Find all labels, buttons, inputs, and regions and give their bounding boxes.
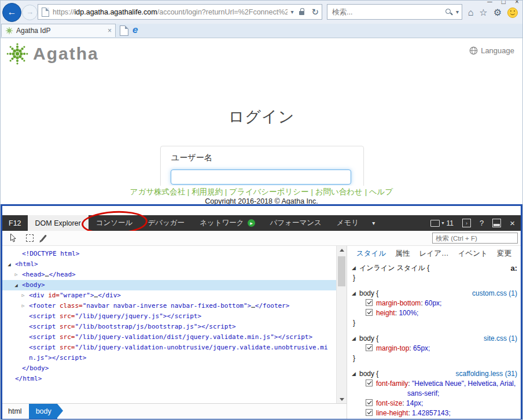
- style-rule-header[interactable]: ◢site.css (1)body {: [352, 334, 517, 344]
- footer-link-separator: |: [223, 187, 229, 196]
- devtools-tab-メモリ[interactable]: メモリ: [329, 215, 366, 231]
- property-checkbox[interactable]: [366, 399, 373, 406]
- styles-tab-レイア…[interactable]: レイア…: [419, 249, 449, 259]
- scrollbar-thumb[interactable]: [338, 256, 345, 286]
- property-checkbox[interactable]: [366, 344, 373, 351]
- dom-tree-node[interactable]: <script src="/lib/jquery-validation/dist…: [2, 332, 337, 342]
- username-input[interactable]: [171, 170, 351, 185]
- ie-logo-icon[interactable]: e: [132, 24, 138, 36]
- search-icon[interactable]: [445, 8, 453, 16]
- property-checkbox[interactable]: [366, 299, 373, 306]
- edit-html-icon[interactable]: [40, 235, 47, 242]
- dom-tree-scrollbar[interactable]: [336, 246, 347, 404]
- property-checkbox[interactable]: [366, 409, 373, 416]
- property-name: margin-bottom: [376, 299, 421, 307]
- devtools-close-button[interactable]: ×: [510, 218, 515, 228]
- style-source-link[interactable]: site.css (1): [484, 334, 517, 344]
- dom-tree-node[interactable]: <!DOCTYPE html>: [2, 249, 337, 259]
- url-text[interactable]: https://idp.agatha.agathalife.com/accoun…: [53, 8, 288, 16]
- refresh-button[interactable]: ↻: [311, 7, 319, 17]
- devtools-tab-ネットワーク[interactable]: ネットワーク▶: [192, 215, 262, 231]
- console-launcher-icon[interactable]: ›: [462, 219, 471, 227]
- style-rule-header[interactable]: ◢scaffolding.less (31)body {: [352, 369, 517, 379]
- style-rule-header[interactable]: ◢custom.css (1)body {: [352, 289, 517, 299]
- devtools-tab-DOM Explorer[interactable]: DOM Explorer: [28, 215, 89, 231]
- styles-tab-イベント[interactable]: イベント: [458, 249, 488, 259]
- dom-tree-node[interactable]: ▷<head>…</head>: [2, 270, 337, 280]
- scrollbar-up-icon[interactable]: [337, 246, 347, 255]
- search-scope-dropdown-icon[interactable]: ▾: [456, 9, 459, 15]
- favorites-button[interactable]: ☆: [479, 7, 487, 18]
- style-source-link[interactable]: custom.css (1): [472, 289, 517, 299]
- footer-link[interactable]: プライバシーポリシー: [229, 187, 309, 196]
- property-checkbox[interactable]: [366, 380, 373, 386]
- window-maximize-button[interactable]: □: [502, 0, 506, 5]
- style-rule-header[interactable]: ◢a:インライン スタイル {: [352, 263, 517, 273]
- document-mode-value: 11: [447, 219, 454, 227]
- collapsed-arrow-icon[interactable]: ▷: [20, 301, 27, 311]
- footer-link[interactable]: ヘルプ: [369, 187, 393, 196]
- styles-tab-属性[interactable]: 属性: [395, 249, 410, 259]
- language-button[interactable]: Language: [469, 46, 514, 55]
- back-button[interactable]: ←: [2, 3, 21, 22]
- more-tabs-chevron-icon[interactable]: ▾: [366, 215, 381, 231]
- style-selector: body {: [359, 334, 378, 342]
- scrollbar-down-icon[interactable]: [337, 395, 347, 404]
- expanded-arrow-icon[interactable]: ◢: [13, 280, 20, 290]
- dom-tree-node[interactable]: <script src="/lib/jquery-validation-unob…: [2, 342, 337, 353]
- breadcrumb-item-html[interactable]: html: [2, 404, 28, 419]
- browser-tab-agatha-idp[interactable]: Agatha IdP ×: [1, 24, 116, 37]
- dom-tree-node[interactable]: </html>: [2, 374, 337, 384]
- dom-tree-node[interactable]: <script src="/lib/bootstrap/js/bootstrap…: [2, 322, 337, 332]
- footer-link[interactable]: 利用規約: [191, 187, 223, 196]
- pseudo-state-button[interactable]: a:: [510, 263, 517, 273]
- devtools-search-input[interactable]: [432, 233, 518, 244]
- tab-close-icon[interactable]: ×: [108, 27, 112, 35]
- collapsed-arrow-icon[interactable]: ▷: [20, 290, 27, 301]
- help-button[interactable]: ?: [480, 219, 484, 227]
- feedback-smiley-icon[interactable]: [507, 8, 518, 18]
- collapsed-arrow-icon[interactable]: ▷: [13, 270, 20, 280]
- autocomplete-dropdown-icon[interactable]: ▾: [290, 9, 293, 15]
- devtools-tab-デバッガー[interactable]: デバッガー: [140, 215, 192, 231]
- property-checkbox[interactable]: [366, 309, 373, 316]
- window-close-button[interactable]: ×: [515, 0, 519, 5]
- expanded-arrow-icon[interactable]: ◢: [6, 259, 13, 270]
- style-source-link[interactable]: scaffolding.less (31): [456, 369, 518, 379]
- expanded-arrow-icon[interactable]: ◢: [352, 289, 356, 299]
- expanded-arrow-icon[interactable]: ◢: [352, 263, 356, 273]
- footer-link[interactable]: お問い合わせ: [315, 187, 363, 196]
- dom-tree-node[interactable]: ▷<div id="wraper">…</div>: [2, 290, 337, 301]
- record-icon[interactable]: ▶: [248, 219, 255, 227]
- select-element-icon[interactable]: [9, 234, 17, 242]
- breadcrumb-item-body[interactable]: body: [29, 404, 57, 419]
- devtools-tab-f12[interactable]: F12: [2, 215, 28, 231]
- browser-search-box[interactable]: ▾: [327, 4, 462, 20]
- expanded-arrow-icon[interactable]: ◢: [352, 369, 356, 379]
- styles-tab-スタイル[interactable]: スタイル: [356, 249, 386, 259]
- devtools-tab-パフォーマンス[interactable]: パフォーマンス: [263, 215, 329, 231]
- dom-tree-node[interactable]: n.js"></script>: [2, 353, 337, 363]
- style-property: font-family: "Helvetica Neue", Helvetica…: [352, 379, 517, 399]
- expanded-arrow-icon[interactable]: ◢: [352, 334, 356, 344]
- select-region-icon[interactable]: [26, 234, 34, 242]
- dom-tree-node[interactable]: ◢<html>: [2, 259, 337, 270]
- address-bar[interactable]: https://idp.agatha.agathalife.com/accoun…: [38, 4, 322, 20]
- settings-button[interactable]: ⚙: [493, 7, 502, 18]
- docmode-dropdown-icon: ▾: [442, 220, 444, 226]
- home-button[interactable]: ⌂: [468, 8, 474, 18]
- dock-button[interactable]: [492, 219, 501, 227]
- document-mode-selector[interactable]: ▾ 11: [430, 219, 454, 227]
- browser-search-input[interactable]: [327, 8, 445, 16]
- dom-node-markup: <body>: [22, 281, 45, 289]
- dom-tree-node[interactable]: ▷<footer class="navbar navbar-inverse na…: [2, 301, 337, 311]
- dom-tree-node[interactable]: <script src="/lib/jquery/jquery.js"></sc…: [2, 311, 337, 322]
- dom-tree-node[interactable]: </body>: [2, 363, 337, 374]
- forward-button[interactable]: →: [22, 5, 38, 20]
- window-minimize-button[interactable]: ─: [487, 0, 492, 5]
- new-tab-button[interactable]: [120, 25, 128, 36]
- styles-tab-変更[interactable]: 変更: [497, 249, 511, 259]
- footer-link[interactable]: アガサ株式会社: [130, 187, 185, 196]
- dom-tree-node[interactable]: ◢<body>: [2, 280, 337, 290]
- devtools-tab-コンソール[interactable]: コンソール: [89, 215, 141, 231]
